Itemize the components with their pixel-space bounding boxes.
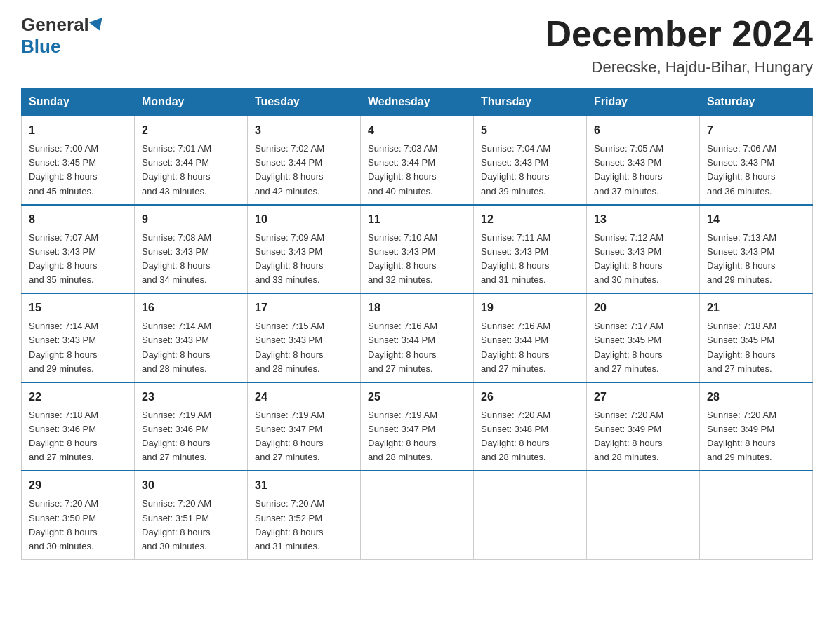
table-row: 16Sunrise: 7:14 AMSunset: 3:43 PMDayligh…	[135, 293, 248, 382]
table-row: 9Sunrise: 7:08 AMSunset: 3:43 PMDaylight…	[135, 205, 248, 294]
table-row: 5Sunrise: 7:04 AMSunset: 3:43 PMDaylight…	[474, 116, 587, 205]
day-info: Sunrise: 7:20 AMSunset: 3:49 PMDaylight:…	[594, 408, 692, 465]
table-row: 24Sunrise: 7:19 AMSunset: 3:47 PMDayligh…	[248, 382, 361, 471]
day-info: Sunrise: 7:09 AMSunset: 3:43 PMDaylight:…	[255, 231, 353, 288]
day-info: Sunrise: 7:13 AMSunset: 3:43 PMDaylight:…	[707, 231, 805, 288]
logo-arrow-icon	[89, 18, 106, 33]
day-info: Sunrise: 7:12 AMSunset: 3:43 PMDaylight:…	[594, 231, 692, 288]
table-row	[361, 471, 474, 559]
calendar-week-row: 22Sunrise: 7:18 AMSunset: 3:46 PMDayligh…	[22, 382, 813, 471]
table-row: 30Sunrise: 7:20 AMSunset: 3:51 PMDayligh…	[135, 471, 248, 559]
day-number: 5	[481, 122, 579, 139]
header: General Blue December 2024 Derecske, Haj…	[21, 14, 813, 76]
day-info: Sunrise: 7:02 AMSunset: 3:44 PMDaylight:…	[255, 142, 353, 199]
table-row: 18Sunrise: 7:16 AMSunset: 3:44 PMDayligh…	[361, 293, 474, 382]
table-row: 15Sunrise: 7:14 AMSunset: 3:43 PMDayligh…	[22, 293, 135, 382]
day-number: 16	[142, 300, 240, 316]
day-number: 27	[594, 389, 692, 405]
day-number: 31	[255, 477, 353, 494]
day-number: 8	[29, 211, 127, 228]
day-info: Sunrise: 7:15 AMSunset: 3:43 PMDaylight:…	[255, 319, 353, 376]
table-row: 2Sunrise: 7:01 AMSunset: 3:44 PMDaylight…	[135, 116, 248, 205]
day-number: 10	[255, 211, 353, 228]
day-number: 17	[255, 300, 353, 316]
table-row: 7Sunrise: 7:06 AMSunset: 3:43 PMDaylight…	[700, 116, 813, 205]
day-info: Sunrise: 7:18 AMSunset: 3:46 PMDaylight:…	[29, 408, 127, 465]
day-number: 28	[707, 389, 805, 405]
table-row: 23Sunrise: 7:19 AMSunset: 3:46 PMDayligh…	[135, 382, 248, 471]
table-row	[587, 471, 700, 559]
table-row: 28Sunrise: 7:20 AMSunset: 3:49 PMDayligh…	[700, 382, 813, 471]
table-row: 13Sunrise: 7:12 AMSunset: 3:43 PMDayligh…	[587, 205, 700, 294]
calendar-week-row: 15Sunrise: 7:14 AMSunset: 3:43 PMDayligh…	[22, 293, 813, 382]
table-row: 21Sunrise: 7:18 AMSunset: 3:45 PMDayligh…	[700, 293, 813, 382]
title-area: December 2024 Derecske, Hajdu-Bihar, Hun…	[545, 14, 813, 76]
day-number: 3	[255, 122, 353, 139]
day-info: Sunrise: 7:06 AMSunset: 3:43 PMDaylight:…	[707, 142, 805, 199]
header-thursday: Thursday	[474, 88, 587, 116]
header-wednesday: Wednesday	[361, 88, 474, 116]
table-row: 20Sunrise: 7:17 AMSunset: 3:45 PMDayligh…	[587, 293, 700, 382]
calendar-table: Sunday Monday Tuesday Wednesday Thursday…	[21, 88, 813, 560]
table-row: 17Sunrise: 7:15 AMSunset: 3:43 PMDayligh…	[248, 293, 361, 382]
day-number: 12	[481, 211, 579, 228]
day-info: Sunrise: 7:19 AMSunset: 3:47 PMDaylight:…	[368, 408, 466, 465]
day-number: 11	[368, 211, 466, 228]
day-info: Sunrise: 7:08 AMSunset: 3:43 PMDaylight:…	[142, 231, 240, 288]
table-row: 27Sunrise: 7:20 AMSunset: 3:49 PMDayligh…	[587, 382, 700, 471]
table-row	[700, 471, 813, 559]
day-number: 15	[29, 300, 127, 316]
header-sunday: Sunday	[22, 88, 135, 116]
table-row: 29Sunrise: 7:20 AMSunset: 3:50 PMDayligh…	[22, 471, 135, 559]
calendar-header-row: Sunday Monday Tuesday Wednesday Thursday…	[22, 88, 813, 116]
day-info: Sunrise: 7:20 AMSunset: 3:48 PMDaylight:…	[481, 408, 579, 465]
logo-general-text: General	[21, 14, 89, 36]
day-number: 2	[142, 122, 240, 139]
day-info: Sunrise: 7:19 AMSunset: 3:46 PMDaylight:…	[142, 408, 240, 465]
day-number: 19	[481, 300, 579, 316]
header-friday: Friday	[587, 88, 700, 116]
day-info: Sunrise: 7:07 AMSunset: 3:43 PMDaylight:…	[29, 231, 127, 288]
day-info: Sunrise: 7:04 AMSunset: 3:43 PMDaylight:…	[481, 142, 579, 199]
day-info: Sunrise: 7:03 AMSunset: 3:44 PMDaylight:…	[368, 142, 466, 199]
table-row: 1Sunrise: 7:00 AMSunset: 3:45 PMDaylight…	[22, 116, 135, 205]
table-row	[474, 471, 587, 559]
day-info: Sunrise: 7:16 AMSunset: 3:44 PMDaylight:…	[481, 319, 579, 376]
day-info: Sunrise: 7:20 AMSunset: 3:49 PMDaylight:…	[707, 408, 805, 465]
day-number: 21	[707, 300, 805, 316]
day-number: 1	[29, 122, 127, 139]
header-monday: Monday	[135, 88, 248, 116]
logo: General Blue	[21, 14, 106, 58]
table-row: 11Sunrise: 7:10 AMSunset: 3:43 PMDayligh…	[361, 205, 474, 294]
day-info: Sunrise: 7:20 AMSunset: 3:50 PMDaylight:…	[29, 497, 127, 554]
day-info: Sunrise: 7:20 AMSunset: 3:51 PMDaylight:…	[142, 497, 240, 554]
calendar-week-row: 1Sunrise: 7:00 AMSunset: 3:45 PMDaylight…	[22, 116, 813, 205]
table-row: 31Sunrise: 7:20 AMSunset: 3:52 PMDayligh…	[248, 471, 361, 559]
day-number: 26	[481, 389, 579, 405]
table-row: 8Sunrise: 7:07 AMSunset: 3:43 PMDaylight…	[22, 205, 135, 294]
day-info: Sunrise: 7:00 AMSunset: 3:45 PMDaylight:…	[29, 142, 127, 199]
day-number: 29	[29, 477, 127, 494]
header-saturday: Saturday	[700, 88, 813, 116]
day-info: Sunrise: 7:16 AMSunset: 3:44 PMDaylight:…	[368, 319, 466, 376]
day-number: 22	[29, 389, 127, 405]
table-row: 6Sunrise: 7:05 AMSunset: 3:43 PMDaylight…	[587, 116, 700, 205]
table-row: 25Sunrise: 7:19 AMSunset: 3:47 PMDayligh…	[361, 382, 474, 471]
table-row: 3Sunrise: 7:02 AMSunset: 3:44 PMDaylight…	[248, 116, 361, 205]
day-info: Sunrise: 7:10 AMSunset: 3:43 PMDaylight:…	[368, 231, 466, 288]
day-number: 14	[707, 211, 805, 228]
calendar-week-row: 29Sunrise: 7:20 AMSunset: 3:50 PMDayligh…	[22, 471, 813, 559]
table-row: 12Sunrise: 7:11 AMSunset: 3:43 PMDayligh…	[474, 205, 587, 294]
day-info: Sunrise: 7:19 AMSunset: 3:47 PMDaylight:…	[255, 408, 353, 465]
day-info: Sunrise: 7:05 AMSunset: 3:43 PMDaylight:…	[594, 142, 692, 199]
day-number: 24	[255, 389, 353, 405]
header-tuesday: Tuesday	[248, 88, 361, 116]
location-title: Derecske, Hajdu-Bihar, Hungary	[545, 58, 813, 76]
table-row: 22Sunrise: 7:18 AMSunset: 3:46 PMDayligh…	[22, 382, 135, 471]
day-number: 9	[142, 211, 240, 228]
table-row: 14Sunrise: 7:13 AMSunset: 3:43 PMDayligh…	[700, 205, 813, 294]
table-row: 4Sunrise: 7:03 AMSunset: 3:44 PMDaylight…	[361, 116, 474, 205]
day-info: Sunrise: 7:17 AMSunset: 3:45 PMDaylight:…	[594, 319, 692, 376]
day-number: 13	[594, 211, 692, 228]
day-number: 30	[142, 477, 240, 494]
